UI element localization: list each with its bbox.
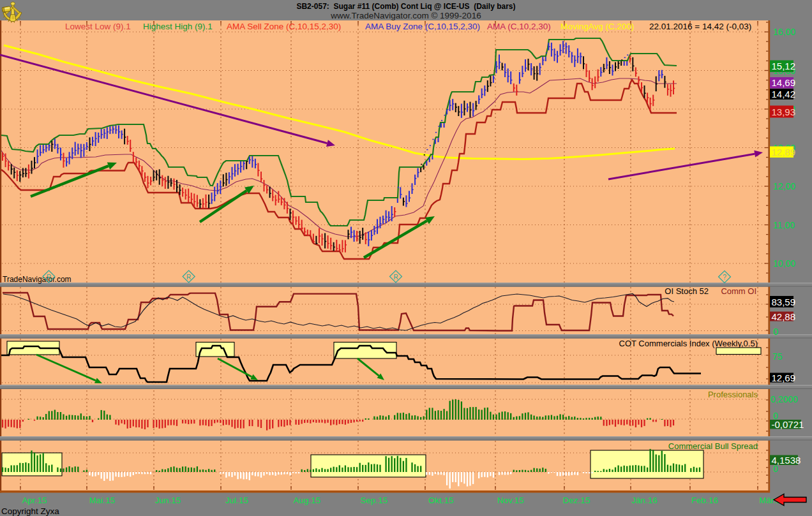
svg-text:AMA (C,10,2,30): AMA (C,10,2,30) bbox=[487, 22, 551, 31]
svg-text:12,00: 12,00 bbox=[773, 181, 795, 191]
svg-text:0: 0 bbox=[773, 464, 778, 474]
svg-text:22.01.2016 = 14,42 (-0,03): 22.01.2016 = 14,42 (-0,03) bbox=[649, 22, 751, 31]
svg-text:Commercial Bull Spread: Commercial Bull Spread bbox=[668, 441, 758, 451]
svg-text:Mai.15: Mai.15 bbox=[89, 496, 116, 505]
svg-text:Feb.16: Feb.16 bbox=[691, 496, 718, 505]
svg-text:R: R bbox=[47, 274, 51, 281]
svg-text:83,59: 83,59 bbox=[772, 297, 796, 307]
svg-text:Aug.15: Aug.15 bbox=[294, 496, 321, 505]
svg-text:14,42: 14,42 bbox=[772, 89, 796, 100]
svg-text:R: R bbox=[186, 274, 191, 281]
svg-text:42,88: 42,88 bbox=[772, 311, 796, 322]
svg-text:TradeNavigator.com: TradeNavigator.com bbox=[3, 275, 71, 284]
svg-text:Jun.15: Jun.15 bbox=[155, 496, 181, 505]
svg-text:12,69: 12,69 bbox=[772, 372, 796, 383]
svg-text:Apr.15: Apr.15 bbox=[22, 496, 47, 505]
svg-text:?: ? bbox=[723, 274, 726, 281]
svg-text:Jän.16: Jän.16 bbox=[631, 496, 658, 505]
svg-text:12,89: 12,89 bbox=[772, 147, 796, 158]
svg-text:0: 0 bbox=[773, 326, 778, 337]
svg-text:AMA Buy Zone (C,10,15,2,30): AMA Buy Zone (C,10,15,2,30) bbox=[365, 22, 480, 31]
svg-text:75: 75 bbox=[772, 351, 783, 362]
svg-text:Professionals: Professionals bbox=[708, 390, 758, 399]
svg-text:MovingAvg (C,200): MovingAvg (C,200) bbox=[560, 22, 634, 31]
svg-text:Lowest Low (9).1: Lowest Low (9).1 bbox=[65, 22, 131, 31]
svg-text:11,00: 11,00 bbox=[773, 220, 795, 230]
svg-text:14,69: 14,69 bbox=[772, 77, 796, 88]
svg-text:Dez.15: Dez.15 bbox=[563, 496, 590, 505]
svg-text:-0,0721: -0,0721 bbox=[772, 419, 804, 430]
svg-text:16,00: 16,00 bbox=[773, 27, 795, 37]
svg-text:Comm OI: Comm OI bbox=[721, 286, 756, 296]
svg-text:15,12: 15,12 bbox=[772, 61, 796, 71]
svg-text:OI Stoch 52: OI Stoch 52 bbox=[665, 286, 709, 296]
svg-text:R: R bbox=[393, 274, 398, 281]
svg-text:13,93: 13,93 bbox=[772, 107, 796, 117]
svg-text:www.TradeNavigator.com © 1999-: www.TradeNavigator.com © 1999-2016 bbox=[330, 11, 481, 20]
svg-text:AMA Sell Zone (C,10,15,2,30): AMA Sell Zone (C,10,15,2,30) bbox=[227, 22, 341, 31]
svg-text:Okt.15: Okt.15 bbox=[428, 496, 454, 505]
svg-text:Jul.15: Jul.15 bbox=[225, 496, 248, 505]
svg-text:10,00: 10,00 bbox=[773, 258, 795, 269]
svg-text:Sep.15: Sep.15 bbox=[361, 496, 388, 505]
svg-text:COT Commercials Index (Weekly,: COT Commercials Index (Weekly,0.5) bbox=[619, 339, 758, 348]
svg-text:Highest High (9).1: Highest High (9).1 bbox=[143, 22, 213, 31]
svg-text:Nov.15: Nov.15 bbox=[497, 496, 524, 505]
svg-text:Copyright Zyxa: Copyright Zyxa bbox=[1, 506, 59, 516]
svg-text:0,2000: 0,2000 bbox=[771, 394, 798, 404]
svg-text:SB2-057: Sugar #11 (Comb) Con: SB2-057: Sugar #11 (Comb) Cont Liq @ ICE… bbox=[296, 2, 515, 11]
